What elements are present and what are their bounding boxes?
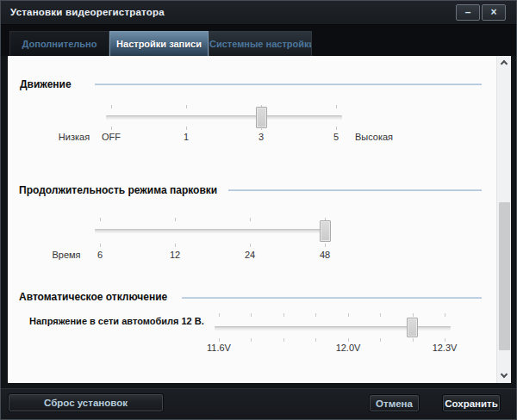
voltage-slider-ticks-bottom xyxy=(219,338,446,342)
scrollbar[interactable] xyxy=(496,56,511,383)
voltage-slider-thumb[interactable] xyxy=(407,318,418,337)
parking-slider-thumb[interactable] xyxy=(320,220,331,242)
tab-system-settings[interactable]: Системные настройки xyxy=(209,31,312,56)
section-rule-motion xyxy=(95,83,482,85)
parking-stop-48: 48 xyxy=(303,250,346,260)
motion-slider-ticks-top xyxy=(111,105,337,108)
section-rule-parking xyxy=(228,189,482,191)
content-panel: Движение Низкая OFF 1 3 5 Высокая Продол… xyxy=(8,56,511,383)
voltage-field-label: Напряжение в сети автомобиля 12 В. xyxy=(29,316,204,326)
reset-button[interactable]: Сброс установок xyxy=(8,393,164,412)
tab-additional-label: Дополнительно xyxy=(22,39,97,49)
motion-slider-thumb[interactable] xyxy=(256,107,267,128)
tab-recording-settings[interactable]: Настройки записи xyxy=(109,31,209,56)
tab-system-settings-label: Системные настройки xyxy=(209,39,312,49)
titlebar: Установки видеорегистратора – × xyxy=(1,1,516,25)
tab-bar: Дополнительно Настройки записи Системные… xyxy=(1,25,516,56)
tab-recording-settings-label: Настройки записи xyxy=(116,39,202,49)
settings-window: Установки видеорегистратора – × Дополнит… xyxy=(0,0,517,420)
close-icon: × xyxy=(490,6,496,18)
save-button[interactable]: Сохранить xyxy=(442,394,501,412)
parking-stop-6: 6 xyxy=(78,250,121,260)
voltage-stop-12-0: 12.0V xyxy=(322,343,374,353)
motion-slider-track[interactable] xyxy=(106,115,342,120)
section-title-auto-off: Автоматическое отключение xyxy=(19,291,167,303)
motion-stop-1: 1 xyxy=(165,132,208,142)
scroll-up-button[interactable] xyxy=(497,56,511,70)
minimize-icon: – xyxy=(465,6,471,18)
section-rule-auto-off xyxy=(182,297,482,299)
motion-label-high: Высокая xyxy=(344,132,404,142)
voltage-slider-ticks-top xyxy=(219,313,446,317)
voltage-stop-12-3: 12.3V xyxy=(419,343,470,353)
footer: Сброс установок Отмена Сохранить xyxy=(1,388,516,420)
motion-stop-3: 3 xyxy=(240,132,283,142)
tab-additional[interactable]: Дополнительно xyxy=(9,31,109,56)
chevron-up-icon xyxy=(501,60,508,67)
scrollbar-thumb[interactable] xyxy=(499,202,510,350)
parking-slider-ticks-top xyxy=(100,218,326,221)
chevron-down-icon xyxy=(501,371,508,378)
section-title-parking: Продолжительность режима парковки xyxy=(19,184,217,196)
scroll-down-button[interactable] xyxy=(497,369,511,383)
cancel-button[interactable]: Отмена xyxy=(369,394,420,412)
motion-slider-ticks-bottom xyxy=(111,127,337,130)
voltage-stop-11-6: 11.6V xyxy=(193,343,245,353)
parking-slider-track[interactable] xyxy=(95,229,331,233)
parking-stop-12: 12 xyxy=(153,250,196,260)
window-title: Установки видеорегистратора xyxy=(10,7,165,17)
parking-stop-24: 24 xyxy=(228,250,271,260)
section-title-motion: Движение xyxy=(20,78,72,90)
close-button[interactable]: × xyxy=(482,4,506,21)
motion-stop-off: OFF xyxy=(90,132,133,142)
parking-slider-ticks-bottom xyxy=(100,244,326,247)
minimize-button[interactable]: – xyxy=(456,4,480,21)
